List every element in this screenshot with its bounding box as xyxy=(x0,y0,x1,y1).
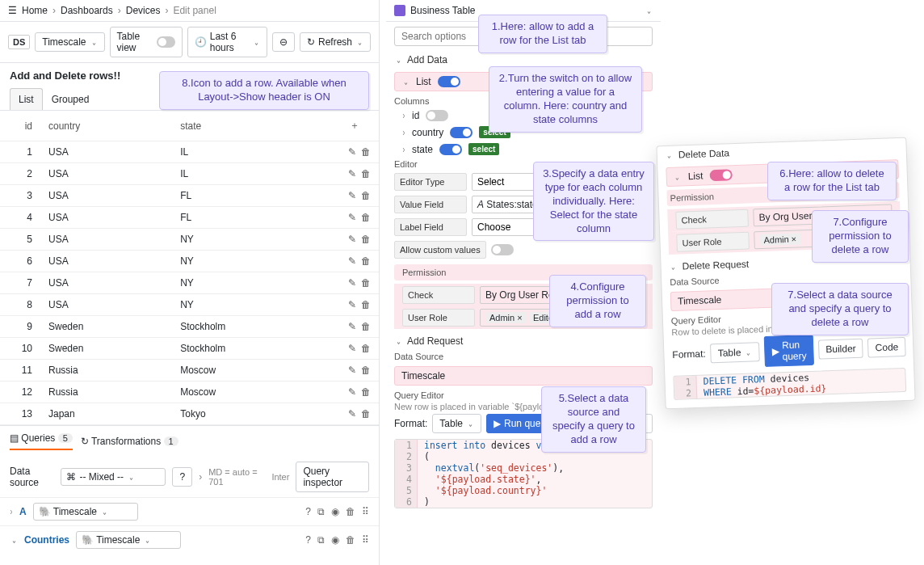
format-label: Format: xyxy=(394,418,427,429)
column-toggle[interactable] xyxy=(426,110,448,121)
delete-code-tab[interactable]: Code xyxy=(867,337,905,358)
delete-role-admin-chip[interactable]: Admin × xyxy=(759,233,800,246)
delete-icon[interactable]: 🗑 xyxy=(361,255,371,267)
edit-icon[interactable]: ✎ xyxy=(348,190,356,201)
select-pill: select xyxy=(468,143,499,155)
help-icon[interactable]: ? xyxy=(305,506,311,517)
datasource-picker[interactable]: Timescale ⌄ xyxy=(35,32,104,52)
table-view-toggle[interactable]: Table view xyxy=(110,27,183,57)
column-toggle[interactable] xyxy=(439,144,462,155)
tab-grouped[interactable]: Grouped xyxy=(43,88,99,110)
edit-icon[interactable]: ✎ xyxy=(348,277,356,289)
eye-icon[interactable]: ◉ xyxy=(331,534,339,546)
table-row: 12RussiaMoscow✎🗑 xyxy=(0,382,379,403)
delete-icon[interactable]: 🗑 xyxy=(361,212,371,223)
delete-builder-tab[interactable]: Builder xyxy=(818,339,863,360)
delete-user-role-label: User Role xyxy=(676,232,750,252)
add-ds-value[interactable]: Timescale xyxy=(394,366,653,386)
edit-icon[interactable]: ✎ xyxy=(348,146,356,158)
tab-transformations[interactable]: ↻ Transformations 1 xyxy=(81,436,178,447)
delete-run-query-button[interactable]: ▶ Run query xyxy=(764,335,814,367)
ds-badge: DS xyxy=(8,35,30,49)
delete-icon[interactable]: 🗑 xyxy=(361,386,371,398)
data-table: id country state ＋ 1USAIL✎🗑2USAIL✎🗑3USAF… xyxy=(0,111,379,425)
edit-icon[interactable]: ✎ xyxy=(348,255,356,267)
crumb-home[interactable]: Home xyxy=(22,5,48,16)
delete-icon[interactable]: 🗑 xyxy=(361,190,371,201)
md-auto: MD = auto = 701 xyxy=(208,467,265,487)
annotation-4: 4.Configure permission to add a row xyxy=(549,275,646,327)
column-toggle[interactable] xyxy=(450,127,472,138)
time-range-picker[interactable]: 🕘 Last 6 hours ⌄ xyxy=(187,27,267,57)
edit-icon[interactable]: ✎ xyxy=(348,386,356,398)
tab-queries[interactable]: ▤ Queries 5 xyxy=(10,432,73,450)
table-row: 10SwedenStockholm✎🗑 xyxy=(0,338,379,360)
trash-icon[interactable]: 🗑 xyxy=(346,534,355,546)
col-id[interactable]: id xyxy=(0,111,40,141)
query-ds-select[interactable]: 🐘 Timescale ⌄ xyxy=(33,503,138,521)
delete-icon[interactable]: 🗑 xyxy=(361,321,371,332)
delete-list-toggle[interactable] xyxy=(709,169,732,181)
drag-icon[interactable]: ⠿ xyxy=(362,506,369,517)
table-row: 7USANY✎🗑 xyxy=(0,272,379,294)
table-row: 9SwedenStockholm✎🗑 xyxy=(0,316,379,338)
delete-icon[interactable]: 🗑 xyxy=(361,343,371,354)
duplicate-icon[interactable]: ⧉ xyxy=(317,534,325,546)
interval-label: Inter xyxy=(271,472,289,482)
table-row: 5USANY✎🗑 xyxy=(0,229,379,251)
data-source-label: Data source xyxy=(10,466,54,488)
annotation-7: 7.Configure permission to delete a row xyxy=(812,210,909,263)
edit-icon[interactable]: ✎ xyxy=(348,234,356,245)
delete-icon[interactable]: 🗑 xyxy=(361,168,371,179)
delete-icon[interactable]: 🗑 xyxy=(361,365,371,376)
allow-custom-toggle[interactable] xyxy=(491,244,514,255)
crumb-devices[interactable]: Devices xyxy=(126,5,161,16)
annotation-5: 5.Select a data source and specify a que… xyxy=(541,386,646,453)
eye-icon[interactable]: ◉ xyxy=(331,506,339,517)
add-request-section[interactable]: ⌄Add Request xyxy=(386,332,661,350)
role-admin-chip[interactable]: Admin × xyxy=(485,312,527,323)
ds-help-button[interactable]: ? xyxy=(172,467,192,487)
edit-icon[interactable]: ✎ xyxy=(348,321,356,332)
duplicate-icon[interactable]: ⧉ xyxy=(317,506,325,517)
format-select[interactable]: Table ⌄ xyxy=(432,414,481,433)
edit-icon[interactable]: ✎ xyxy=(348,168,356,179)
delete-icon[interactable]: 🗑 xyxy=(361,234,371,245)
list-toggle[interactable] xyxy=(438,76,460,87)
viz-icon xyxy=(394,5,405,16)
zoom-out-button[interactable]: ⊖ xyxy=(272,32,295,52)
delete-format-select[interactable]: Table ⌄ xyxy=(710,342,759,363)
delete-icon[interactable]: 🗑 xyxy=(361,277,371,289)
expand-icon[interactable]: ⌄ xyxy=(11,534,17,546)
help-icon[interactable]: ? xyxy=(305,534,311,546)
query-ref[interactable]: A xyxy=(19,506,27,517)
query-ref[interactable]: Countries xyxy=(24,534,69,546)
edit-icon[interactable]: ✎ xyxy=(348,365,356,376)
edit-icon[interactable]: ✎ xyxy=(348,299,356,310)
delete-icon[interactable]: 🗑 xyxy=(361,299,371,310)
col-country[interactable]: country xyxy=(40,111,172,141)
add-row-button[interactable]: ＋ xyxy=(338,116,371,136)
query-ds-select[interactable]: 🐘 Timescale ⌄ xyxy=(76,531,181,549)
delete-icon[interactable]: 🗑 xyxy=(361,146,371,158)
edit-icon[interactable]: ✎ xyxy=(348,212,356,223)
delete-format-label: Format: xyxy=(672,348,706,361)
drag-icon[interactable]: ⠿ xyxy=(362,534,369,546)
query-inspector-button[interactable]: Query inspector xyxy=(296,462,369,492)
expand-icon[interactable]: › xyxy=(10,506,13,517)
data-source-select[interactable]: ⌘ -- Mixed -- ⌄ xyxy=(61,468,166,486)
toolbar: DS Timescale ⌄ Table view 🕘 Last 6 hours… xyxy=(0,22,379,63)
annotation-3: 3.Specify a data entry type for each col… xyxy=(533,162,654,241)
table-row: 6USANY✎🗑 xyxy=(0,251,379,272)
edit-icon[interactable]: ✎ xyxy=(348,408,356,420)
delete-icon[interactable]: 🗑 xyxy=(361,408,371,420)
menu-icon[interactable]: ☰ xyxy=(8,5,17,16)
tab-list[interactable]: List xyxy=(10,88,43,110)
col-state[interactable]: state xyxy=(172,111,330,141)
crumb-dashboards[interactable]: Dashboards xyxy=(61,5,113,16)
delete-query-editor[interactable]: 1DELETE FROM devices2WHERE id=${payload.… xyxy=(673,368,906,400)
edit-icon[interactable]: ✎ xyxy=(348,343,356,354)
trash-icon[interactable]: 🗑 xyxy=(346,506,355,517)
refresh-button[interactable]: ↻ Refresh ⌄ xyxy=(300,32,371,52)
delete-check-label: Check xyxy=(675,209,749,230)
